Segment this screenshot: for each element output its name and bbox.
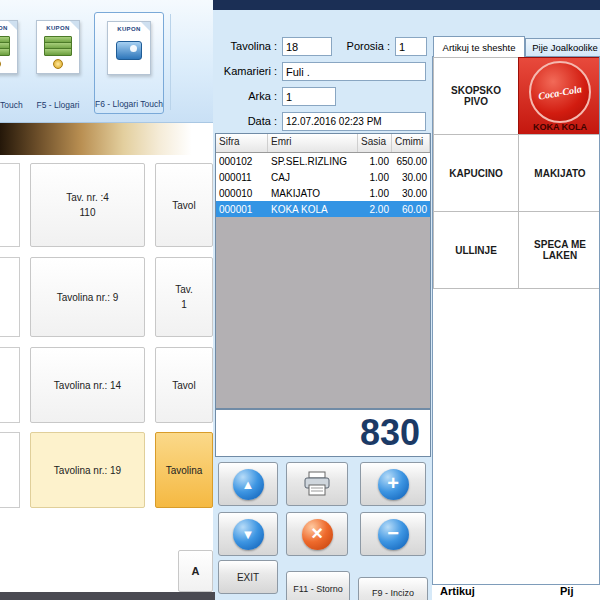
ribbon-button-label: F6 - Llogari Touch <box>95 99 163 109</box>
product-label: SPECA ME LAKEN <box>523 239 597 261</box>
column-header-sasia[interactable]: Sasia <box>358 134 392 152</box>
product-grid: SKOPSKO PIVO Coca-Cola KOKA KOLA KAPUCIN… <box>432 56 600 585</box>
decrease-quantity-button[interactable]: − <box>360 512 426 556</box>
order-row-selected[interactable]: 000001 KOKA KOLA 2.00 60.00 <box>216 201 430 217</box>
up-arrow-icon: ▲ <box>233 469 264 500</box>
table-button-9[interactable]: Tavolina nr.: 9 <box>30 257 145 337</box>
product-label: ULLINJE <box>455 245 497 256</box>
column-header-cmimi[interactable]: Cmimi <box>392 134 430 152</box>
table-button-4[interactable]: Tav. nr. :4 110 <box>30 163 145 247</box>
grid-header: Sifra Emri Sasia Cmimi <box>216 134 430 153</box>
coin-icon <box>53 59 63 69</box>
product-button-skopsko-pivo[interactable]: SKOPSKO PIVO <box>433 57 519 135</box>
table-button-label: Tavolina <box>166 463 203 478</box>
kamarieri-input[interactable] <box>282 62 426 81</box>
move-down-button[interactable]: ▼ <box>218 512 278 556</box>
cell-cmimi: 30.00 <box>392 188 430 199</box>
tavolina-label: Tavolina : <box>215 40 277 52</box>
data-label: Data : <box>215 115 277 127</box>
cell-sasia: 1.00 <box>358 172 392 183</box>
cell-sifra: 000011 <box>216 172 268 183</box>
order-row[interactable]: 000102 SP.SEL.RIZLING 1.00 650.00 <box>216 153 430 169</box>
kupon-label: KUPON <box>117 26 141 32</box>
table-button-label: Tavol <box>172 378 195 393</box>
ribbon-button-touch[interactable]: KUPON Touch <box>0 12 26 114</box>
product-button-speca-me-laken[interactable]: SPECA ME LAKEN <box>518 211 600 289</box>
down-arrow-icon: ▼ <box>233 519 264 550</box>
pos-window: KUPON Touch KUPON F5 - Llogari KUPON F6 … <box>0 0 600 600</box>
product-button-koka-kola[interactable]: Coca-Cola KOKA KOLA <box>518 57 600 135</box>
table-button[interactable]: Tavol <box>155 163 213 247</box>
table-button[interactable] <box>0 163 20 247</box>
arka-label: Arka : <box>215 90 277 102</box>
table-button-label: Tavolina nr.: 9 <box>57 290 119 305</box>
kupon-label: KUPON <box>46 25 70 31</box>
table-button[interactable]: A <box>178 550 213 592</box>
move-up-button[interactable]: ▲ <box>218 462 278 506</box>
tab-artikuj-te-sheshte[interactable]: Artikuj te sheshte <box>433 36 525 57</box>
cell-cmimi: 30.00 <box>392 172 430 183</box>
tables-grid: Tav. nr. :4 110 Tavol Tavolina nr.: 9 Ta… <box>0 155 213 600</box>
coca-cola-logo-icon: Coca-Cola <box>529 61 591 123</box>
cancel-icon: × <box>302 519 333 550</box>
column-header-emri[interactable]: Emri <box>268 134 358 152</box>
tab-pije-joalkoolike[interactable]: Pije Joalkoolike <box>525 38 600 57</box>
plus-icon: + <box>378 469 409 500</box>
storno-button[interactable]: F11 - Storno <box>286 571 350 600</box>
ribbon-button-f6-llogari-touch[interactable]: KUPON F6 - Llogari Touch <box>94 12 164 114</box>
table-button-label: Tavol <box>172 198 195 213</box>
cell-sifra: 000102 <box>216 156 268 167</box>
cell-sasia: 1.00 <box>358 188 392 199</box>
ribbon-separator <box>170 14 171 110</box>
table-button-label: Tav. nr. :4 <box>66 190 109 205</box>
table-button[interactable]: Tavol <box>155 347 213 423</box>
table-button[interactable] <box>0 432 20 508</box>
arka-input[interactable] <box>282 87 336 106</box>
cell-cmimi: 60.00 <box>392 204 430 215</box>
product-button-makijato[interactable]: MAKIJATO <box>518 134 600 212</box>
coin-icon <box>0 59 1 69</box>
table-button[interactable]: Tav. 1 <box>155 257 213 337</box>
cell-sasia: 2.00 <box>358 204 392 215</box>
porosia-input[interactable] <box>395 37 427 56</box>
table-button[interactable]: Tavolina <box>155 432 213 508</box>
delete-item-button[interactable]: × <box>286 512 348 556</box>
print-button[interactable] <box>286 462 348 506</box>
exit-button[interactable]: EXIT <box>218 560 278 594</box>
porosia-label: Porosia : <box>336 40 390 52</box>
table-button-label: A <box>192 563 200 580</box>
bottom-tab-artikuj[interactable]: Artikuj <box>440 585 475 597</box>
order-row[interactable]: 000011 CAJ 1.00 30.00 <box>216 169 430 185</box>
cell-emri: KOKA KOLA <box>268 204 358 215</box>
page-fold-icon <box>141 22 150 31</box>
table-button-label: Tavolina nr.: 14 <box>54 378 121 393</box>
product-button-kapucino[interactable]: KAPUCINO <box>433 134 519 212</box>
order-row[interactable]: 000010 MAKIJATO 1.00 30.00 <box>216 185 430 201</box>
table-button[interactable] <box>0 257 20 337</box>
bottom-tab-pij[interactable]: Pij <box>560 585 573 597</box>
ribbon-button-f5-llogari[interactable]: KUPON F5 - Llogari <box>26 12 90 114</box>
increase-quantity-button[interactable]: + <box>360 462 426 506</box>
cell-emri: MAKIJATO <box>268 188 358 199</box>
kupon-coupon-icon: KUPON <box>36 20 80 74</box>
page-fold-icon <box>70 21 79 30</box>
table-button[interactable] <box>0 347 20 423</box>
column-header-sifra[interactable]: Sifra <box>216 134 268 152</box>
kamarieri-label: Kamarieri : <box>215 65 277 77</box>
page-fold-icon <box>8 21 17 30</box>
table-button-19[interactable]: Tavolina nr.: 19 <box>30 432 145 508</box>
kupon-coupon-icon: KUPON <box>0 20 18 74</box>
coca-cola-brand-text: Coca-Cola <box>537 83 582 101</box>
table-button-label: Tavolina nr.: 19 <box>54 463 121 478</box>
table-button-label: Tav. <box>175 282 193 297</box>
cell-emri: SP.SEL.RIZLING <box>268 156 358 167</box>
incizo-button[interactable]: F9 - Incizo <box>358 577 428 600</box>
product-button-ullinje[interactable]: ULLINJE <box>433 211 519 289</box>
table-button-14[interactable]: Tavolina nr.: 14 <box>30 347 145 423</box>
cell-cmimi: 650.00 <box>392 156 430 167</box>
data-input[interactable] <box>282 112 426 131</box>
ribbon-button-label: Touch <box>0 100 23 110</box>
minus-icon: − <box>378 519 409 550</box>
window-title-bar <box>213 0 600 10</box>
tavolina-input[interactable] <box>282 37 332 56</box>
